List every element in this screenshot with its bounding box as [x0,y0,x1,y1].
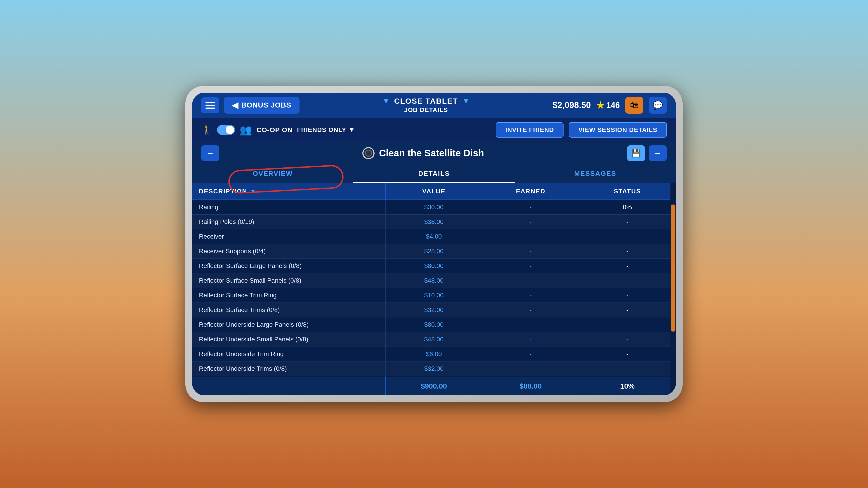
cell-status: 0% [579,200,676,215]
scrollbar-track[interactable] [671,183,676,395]
table-header: DESCRIPTION ▼ VALUE EARNED STATUS [192,183,676,200]
next-button[interactable]: → [649,145,667,161]
cell-status: - [579,332,676,347]
balance-display: $2,098.50 [553,100,591,110]
view-session-button[interactable]: VIEW SESSION DETAILS [569,122,667,138]
cell-earned: - [483,288,579,302]
table-row: Railing Poles (0/19) $38.00 - - [192,215,676,229]
cell-value: $80.00 [385,318,483,332]
cell-value: $48.00 [385,332,483,347]
coop-bar: 🚶 👥 CO-OP ON FRIENDS ONLY ▼ INVITE FRIEN… [192,118,676,142]
shop-icon: 🛍 [630,100,639,110]
table-footer: $900.00 $88.00 10% [192,377,676,395]
bonus-jobs-label: BONUS JOBS [241,101,291,109]
header-right: $2,098.50 ★ 146 🛍 💬 [553,97,667,113]
cell-value: $80.00 [385,259,483,273]
menu-button[interactable] [201,97,219,113]
cell-status: - [579,273,676,288]
cell-earned: - [483,215,579,229]
close-tablet-text[interactable]: CLOSE TABLET [394,97,458,105]
cell-value: $38.00 [385,215,483,229]
footer-total-earned: $88.00 [483,377,579,395]
cell-status: - [579,318,676,332]
col-description: DESCRIPTION ▼ [192,183,385,199]
tab-overview[interactable]: OVERVIEW [192,165,353,183]
cell-status: - [579,244,676,258]
footer-total-value: $900.00 [385,377,483,395]
cell-earned: - [483,303,579,317]
job-title-center: Clean the Satellite Dish [362,147,484,159]
cell-status: - [579,361,676,376]
chat-button[interactable]: 💬 [649,97,667,113]
cell-description: Railing Poles (0/19) [192,215,385,229]
tabs-row: OVERVIEW DETAILS MESSAGES [192,165,676,183]
shop-button[interactable]: 🛍 [625,97,643,113]
back-button[interactable]: ← [201,145,219,161]
next-arrow-icon: → [654,149,662,158]
cell-status: - [579,347,676,361]
cell-value: $10.00 [385,288,483,302]
back-arrow-icon: ◀ [232,101,239,110]
cell-description: Reflector Surface Small Panels (0/8) [192,273,385,288]
chevron-right-icon: ▼ [463,97,470,105]
nav-right-buttons: 💾 → [627,145,667,161]
cell-description: Reflector Underside Trim Ring [192,347,385,361]
cell-status: - [579,288,676,302]
cell-value: $6.00 [385,347,483,361]
sort-icon[interactable]: ▼ [250,188,256,195]
cell-earned: - [483,200,579,215]
record-inner [365,150,372,157]
tab-details[interactable]: DETAILS [353,165,515,183]
footer-description [192,377,385,395]
cell-description: Reflector Underside Large Panels (0/8) [192,318,385,332]
cell-description: Reflector Surface Trims (0/8) [192,303,385,317]
friends-only-button[interactable]: FRIENDS ONLY ▼ [297,126,355,133]
col-earned: EARNED [483,183,579,199]
record-button[interactable] [362,147,375,159]
table-row: Receiver Supports (0/4) $28.00 - - [192,244,676,259]
coop-right: INVITE FRIEND VIEW SESSION DETAILS [496,122,667,138]
star-rating: ★ 146 [596,100,620,110]
cell-earned: - [483,244,579,258]
header-center: ▼ CLOSE TABLET ▼ JOB DETAILS [382,97,469,113]
menu-line [206,105,215,106]
table-row: Railing $30.00 - 0% [192,200,676,215]
cell-earned: - [483,361,579,376]
save-button[interactable]: 💾 [627,145,645,161]
friends-only-chevron: ▼ [348,126,355,133]
coop-on-label: CO-OP ON [256,126,292,134]
scrollbar-thumb[interactable] [671,204,675,332]
table-row: Reflector Underside Small Panels (0/8) $… [192,332,676,347]
header-left: ◀ BONUS JOBS [201,97,300,113]
cell-description: Reflector Underside Trims (0/8) [192,361,385,376]
toggle-knob [225,126,234,134]
table-row: Reflector Surface Small Panels (0/8) $48… [192,273,676,288]
menu-line [206,107,215,109]
star-icon: ★ [596,100,604,110]
cell-description: Reflector Surface Trim Ring [192,288,385,302]
friends-only-label: FRIENDS ONLY [297,126,346,133]
coop-toggle[interactable] [217,125,235,135]
tab-messages[interactable]: MESSAGES [515,165,676,183]
cell-value: $4.00 [385,229,483,244]
col-value: VALUE [385,183,483,199]
cell-earned: - [483,229,579,244]
cell-value: $28.00 [385,244,483,258]
table-row: Receiver $4.00 - - [192,229,676,244]
invite-friend-button[interactable]: INVITE FRIEND [496,122,563,138]
header-top: ◀ BONUS JOBS ▼ CLOSE TABLET ▼ JOB DETAIL… [192,93,676,118]
cell-value: $30.00 [385,200,483,215]
solo-person-icon: 🚶 [201,125,213,135]
cell-status: - [579,215,676,229]
close-tablet-row: ▼ CLOSE TABLET ▼ [382,97,469,105]
bonus-jobs-button[interactable]: ◀ BONUS JOBS [224,97,300,113]
cell-earned: - [483,273,579,288]
cell-description: Reflector Surface Large Panels (0/8) [192,259,385,273]
chevron-left-icon: ▼ [382,97,390,105]
back-arrow-icon: ← [206,149,214,158]
rating-value: 146 [606,101,620,110]
cell-earned: - [483,332,579,347]
cell-value: $32.00 [385,361,483,376]
cell-earned: - [483,347,579,361]
table-body: Railing $30.00 - 0% Railing Poles (0/19)… [192,200,676,381]
